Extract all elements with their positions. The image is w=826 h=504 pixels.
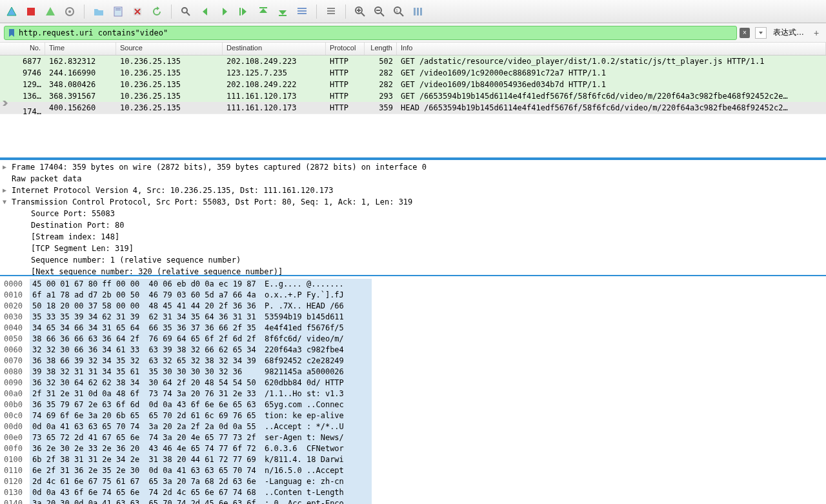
hex-row[interactable]: 01403a 20 30 0d 0a 41 63 63 65 70 74 2d … xyxy=(4,498,822,504)
detail-row[interactable]: [Stream index: 148] xyxy=(3,231,823,243)
svg-rect-21 xyxy=(414,8,416,15)
restart-button[interactable] xyxy=(43,4,58,19)
packet-bytes-pane[interactable]: 000045 00 01 67 80 ff 00 00 40 06 eb d0 … xyxy=(0,276,826,504)
hex-row[interactable]: 01106e 2f 31 36 2e 35 2e 30 0d 0a 41 63 … xyxy=(4,465,822,476)
hex-row[interactable]: 005038 66 36 66 63 36 64 2f 76 69 64 65 … xyxy=(4,334,822,345)
packet-row[interactable]: 174…400.15626010.236.25.135111.161.120.1… xyxy=(0,102,826,114)
hex-row[interactable]: 000045 00 01 67 80 ff 00 00 40 06 eb d0 … xyxy=(4,279,822,290)
detail-row[interactable]: [Next sequence number: 320 (relative seq… xyxy=(3,266,823,276)
settings-button[interactable] xyxy=(62,4,77,19)
svg-point-2 xyxy=(68,10,71,13)
tree-arrow-icon[interactable]: ▶ xyxy=(3,185,12,196)
hex-row[interactable]: 01202d 4c 61 6e 67 75 61 67 65 3a 20 7a … xyxy=(4,476,822,487)
tree-arrow-icon[interactable]: ▶ xyxy=(3,161,12,173)
back-button[interactable] xyxy=(197,4,213,19)
hex-ascii: 8f6fc6d/ video/m/ xyxy=(262,334,372,345)
hex-offset: 0050 xyxy=(4,334,30,345)
hex-bytes: 6e 2f 31 36 2e 35 2e 30 0d 0a 41 63 63 6… xyxy=(30,465,262,476)
record-button[interactable] xyxy=(23,4,39,19)
close-button[interactable] xyxy=(130,4,145,19)
hex-row[interactable]: 009036 32 30 64 62 62 38 34 30 64 2f 20 … xyxy=(4,378,822,388)
col-time[interactable]: Time xyxy=(45,43,116,55)
hex-bytes: 74 69 6f 6e 3a 20 6b 65 65 70 2d 61 6c 6… xyxy=(30,410,262,421)
hex-offset: 00a0 xyxy=(4,388,30,399)
col-destination[interactable]: Destination xyxy=(223,43,326,55)
detail-row[interactable]: ▶Internet Protocol Version 4, Src: 10.23… xyxy=(3,185,823,196)
hex-row[interactable]: 007036 38 66 39 32 34 35 32 63 32 65 32 … xyxy=(4,356,822,367)
svg-rect-8 xyxy=(239,8,241,15)
detail-row[interactable]: [TCP Segment Len: 319] xyxy=(3,243,823,254)
hex-row[interactable]: 00a02f 31 2e 31 0d 0a 48 6f 73 74 3a 20 … xyxy=(4,388,822,399)
detail-text: Internet Protocol Version 4, Src: 10.236… xyxy=(12,185,334,196)
packet-row[interactable]: 129…348.08042610.236.25.135202.108.249.2… xyxy=(0,79,826,90)
display-filter-input[interactable] xyxy=(19,28,734,37)
expression-button[interactable]: 表达式… xyxy=(769,27,808,38)
hex-row[interactable]: 004034 65 34 66 34 31 65 64 66 35 36 37 … xyxy=(4,323,822,334)
svg-rect-15 xyxy=(327,10,335,12)
detail-row[interactable]: Source Port: 55083 xyxy=(3,208,823,219)
fin-button[interactable] xyxy=(4,4,19,19)
detail-row[interactable]: ▶Frame 17404: 359 bytes on wire (2872 bi… xyxy=(3,161,823,173)
detail-row[interactable]: Destination Port: 80 xyxy=(3,219,823,231)
fwd-button[interactable] xyxy=(217,4,232,19)
svg-rect-4 xyxy=(116,8,121,9)
hex-bytes: 2f 31 2e 31 0d 0a 48 6f 73 74 3a 20 76 3… xyxy=(30,388,262,399)
packet-row[interactable]: 136…368.39156710.236.25.135111.161.120.1… xyxy=(0,90,826,102)
just-button[interactable] xyxy=(323,4,339,19)
hex-ascii: 65yg.com ..Connec xyxy=(262,399,372,410)
hex-bytes: 73 65 72 2d 41 67 65 6e 74 3a 20 4e 65 7… xyxy=(30,432,262,443)
hex-row[interactable]: 01300d 0a 43 6f 6e 74 65 6e 74 2d 4c 65 … xyxy=(4,487,822,498)
hex-ascii: 4e4f41ed f5676f/5 xyxy=(262,323,372,334)
hex-row[interactable]: 00c074 69 6f 6e 3a 20 6b 65 65 70 2d 61 … xyxy=(4,410,822,421)
zoom-reset-button[interactable]: 1 xyxy=(391,4,407,19)
reload-button[interactable] xyxy=(149,4,165,19)
up-button[interactable] xyxy=(256,4,271,19)
tree-arrow-icon[interactable]: ▼ xyxy=(3,196,12,208)
hex-bytes: 6f a1 78 ad d7 2b 00 50 46 79 03 60 5d a… xyxy=(30,290,262,301)
hex-offset: 0120 xyxy=(4,476,30,487)
col-info[interactable]: Info xyxy=(397,43,826,55)
hex-ascii: 53594b19 b145d611 xyxy=(262,312,372,323)
col-length[interactable]: Length xyxy=(365,43,397,55)
columns-button[interactable] xyxy=(410,4,426,19)
add-filter-button[interactable]: + xyxy=(811,27,822,39)
hex-row[interactable]: 00d00d 0a 41 63 63 65 70 74 3a 20 2a 2f … xyxy=(4,421,822,432)
filter-history-dropdown[interactable] xyxy=(755,27,767,39)
hex-row[interactable]: 006032 32 30 66 36 34 61 33 63 39 38 32 … xyxy=(4,345,822,356)
hex-bytes: 36 2e 30 2e 33 2e 36 20 43 46 4e 65 74 7… xyxy=(30,443,262,454)
save-button[interactable] xyxy=(110,4,126,19)
col-source[interactable]: Source xyxy=(116,43,223,55)
hex-row[interactable]: 00e073 65 72 2d 41 67 65 6e 74 3a 20 4e … xyxy=(4,432,822,443)
jump-button[interactable] xyxy=(236,4,252,19)
zoom-in-button[interactable] xyxy=(352,4,368,19)
packet-list-body[interactable]: 6877162.83231210.236.25.135202.108.249.2… xyxy=(0,55,826,114)
detail-text: [TCP Segment Len: 319] xyxy=(31,243,134,254)
detail-row[interactable]: Sequence number: 1 (relative sequence nu… xyxy=(3,254,823,266)
col-protocol[interactable]: Protocol xyxy=(326,43,365,55)
hex-row[interactable]: 002050 18 20 00 37 58 00 00 48 45 41 44 … xyxy=(4,301,822,312)
detail-row[interactable]: Raw packet data xyxy=(3,173,823,185)
hex-row[interactable]: 01006b 2f 38 31 31 2e 34 2e 31 38 20 44 … xyxy=(4,454,822,465)
packet-row[interactable]: 6877162.83231210.236.25.135202.108.249.2… xyxy=(0,55,826,67)
clear-filter-button[interactable]: × xyxy=(740,28,750,38)
hex-row[interactable]: 00b036 35 79 67 2e 63 6f 6d 0d 0a 43 6f … xyxy=(4,399,822,410)
find-button[interactable] xyxy=(178,4,194,19)
packet-details-pane[interactable]: ▶Frame 17404: 359 bytes on wire (2872 bi… xyxy=(0,159,826,276)
hex-ascii: ..Conten t-Length xyxy=(262,487,372,498)
packet-list-pane: No. Time Source Destination Protocol Len… xyxy=(0,43,826,159)
hex-bytes: 35 33 35 39 34 62 31 39 62 31 34 35 64 3… xyxy=(30,312,262,323)
hex-row[interactable]: 003035 33 35 39 34 62 31 39 62 31 34 35 … xyxy=(4,312,822,323)
hex-ascii: o.x..+.P Fy.`].fJ xyxy=(262,290,372,301)
col-no[interactable]: No. xyxy=(0,43,45,55)
hex-row[interactable]: 008039 38 32 31 31 34 35 61 35 30 30 30 … xyxy=(4,367,822,378)
hex-row[interactable]: 00f036 2e 30 2e 33 2e 36 20 43 46 4e 65 … xyxy=(4,443,822,454)
hex-ascii: 620dbb84 0d/ HTTP xyxy=(262,378,372,388)
list-button[interactable] xyxy=(294,4,310,19)
folder-button[interactable] xyxy=(91,4,106,19)
hex-row[interactable]: 00106f a1 78 ad d7 2b 00 50 46 79 03 60 … xyxy=(4,290,822,301)
zoom-out-button[interactable] xyxy=(372,4,387,19)
detail-row[interactable]: ▼Transmission Control Protocol, Src Port… xyxy=(3,196,823,208)
packet-row[interactable]: 9746244.16699010.236.25.135123.125.7.235… xyxy=(0,67,826,79)
down-button[interactable] xyxy=(275,4,290,19)
hex-offset: 0070 xyxy=(4,356,30,367)
